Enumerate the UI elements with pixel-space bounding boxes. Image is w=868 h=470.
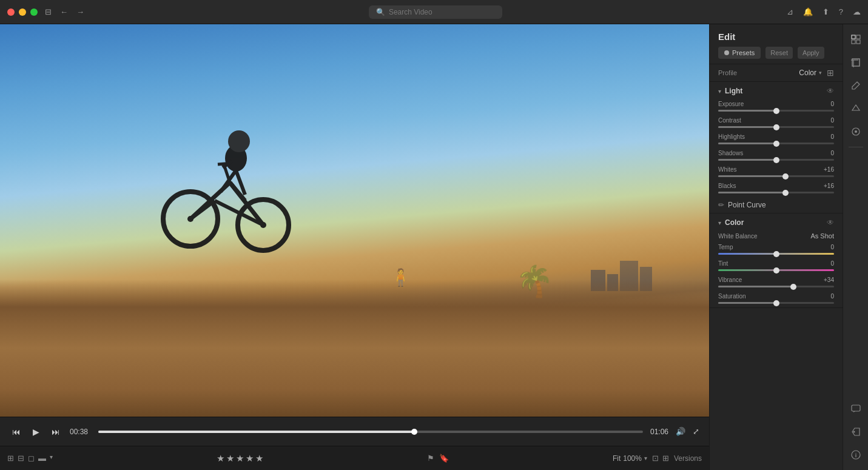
presets-icon — [724, 50, 729, 55]
vibrance-track[interactable] — [718, 286, 834, 287]
cloud-icon[interactable]: ☁ — [853, 7, 861, 16]
titlebar: ⊟ ← → 🔍 ⊿ 🔔 ⬆ ? ☁ — [0, 0, 868, 24]
apply-button[interactable]: Apply — [798, 47, 824, 59]
progress-handle[interactable] — [411, 429, 417, 435]
saturation-thumb[interactable] — [773, 300, 779, 306]
list-dropdown-icon[interactable]: ▾ — [50, 454, 53, 463]
crop-tool-icon[interactable] — [846, 52, 866, 73]
skip-forward-button[interactable]: ⏭ — [49, 425, 62, 439]
vibrance-thumb[interactable] — [790, 284, 796, 290]
share-icon[interactable]: ⬆ — [823, 7, 829, 16]
square-view-icon[interactable]: ◻ — [28, 454, 35, 463]
star-3[interactable]: ★ — [236, 453, 244, 464]
shadows-track[interactable] — [718, 159, 834, 161]
tint-label: Tint — [718, 260, 728, 267]
blacks-track[interactable] — [718, 192, 834, 193]
healing-tool-icon[interactable] — [846, 98, 866, 119]
list-view-icon[interactable]: ▬ — [38, 454, 46, 463]
skip-back-button[interactable]: ⏮ — [10, 425, 23, 439]
star-4[interactable]: ★ — [246, 453, 254, 464]
light-chevron-icon: ▾ — [718, 88, 721, 95]
tint-value: 0 — [819, 260, 834, 267]
profile-grid-icon[interactable]: ⊞ — [827, 68, 834, 78]
whites-thumb[interactable] — [782, 173, 789, 180]
contrast-slider-row: Contrast 0 — [710, 115, 843, 132]
temp-track[interactable] — [718, 253, 834, 255]
brush-tool-icon[interactable] — [846, 75, 866, 96]
star-2[interactable]: ★ — [226, 453, 234, 464]
saturation-slider-row: Saturation 0 — [710, 291, 843, 307]
zoom-dropdown-icon[interactable]: ▾ — [644, 455, 647, 462]
tint-track[interactable] — [718, 269, 834, 271]
saturation-track[interactable] — [718, 302, 834, 304]
presets-button[interactable]: Presets — [718, 47, 761, 59]
svg-point-25 — [855, 130, 857, 133]
view-icons: ⊞ ⊟ ◻ ▬ ▾ — [7, 454, 53, 463]
reset-button[interactable]: Reset — [765, 47, 793, 59]
star-1[interactable]: ★ — [217, 453, 224, 464]
temp-slider-row: Temp 0 — [710, 242, 843, 258]
svg-line-8 — [190, 201, 215, 219]
highlights-thumb[interactable] — [773, 141, 779, 147]
compare-icon-2[interactable]: ⊞ — [662, 454, 669, 463]
svg-text:i: i — [855, 452, 856, 458]
radial-tool-icon[interactable] — [846, 121, 866, 142]
video-container[interactable]: 🌴 — [0, 24, 709, 417]
filter-icon[interactable]: ⊿ — [787, 7, 793, 16]
current-time: 00:38 — [70, 428, 91, 436]
contrast-thumb[interactable] — [773, 124, 779, 130]
forward-icon[interactable]: → — [76, 7, 84, 16]
exposure-value: 0 — [819, 101, 834, 107]
compare-icon-1[interactable]: ⊡ — [652, 454, 659, 463]
color-section-header[interactable]: ▾ Color 👁 — [710, 213, 843, 230]
light-section-header[interactable]: ▾ Light 👁 — [710, 82, 843, 99]
search-bar[interactable]: 🔍 — [369, 5, 502, 19]
light-eye-icon[interactable]: 👁 — [827, 87, 834, 95]
close-button[interactable] — [7, 8, 15, 16]
grid-view-2-icon[interactable]: ⊟ — [18, 454, 24, 463]
blacks-thumb[interactable] — [782, 190, 789, 196]
back-icon[interactable]: ← — [60, 7, 68, 16]
fullscreen-icon[interactable]: ⤢ — [693, 427, 699, 436]
color-section-title: Color — [725, 218, 744, 227]
profile-value[interactable]: Color ▾ — [799, 69, 822, 77]
edit-tool-icon[interactable] — [846, 29, 866, 50]
notifications-icon[interactable]: 🔔 — [803, 7, 813, 16]
contrast-track[interactable] — [718, 126, 834, 128]
maximize-button[interactable] — [30, 8, 38, 16]
star-5[interactable]: ★ — [255, 453, 263, 464]
fit-text: Fit — [613, 454, 621, 463]
shadows-slider-row: Shadows 0 — [710, 148, 843, 164]
temp-thumb[interactable] — [773, 251, 779, 257]
flag-icon[interactable]: ⚑ — [427, 454, 434, 463]
tint-thumb[interactable] — [773, 267, 779, 274]
minimize-button[interactable] — [19, 8, 26, 16]
whites-track[interactable] — [718, 175, 834, 177]
grid-view-icon[interactable]: ⊞ — [7, 454, 14, 463]
white-balance-value[interactable]: As Shot — [810, 232, 834, 240]
play-pause-button[interactable]: ▶ — [30, 425, 42, 439]
titlebar-icons: ⊟ ← → — [45, 7, 84, 16]
bookmark-icon[interactable]: 🔖 — [439, 454, 449, 463]
versions-button[interactable]: Versions — [674, 454, 702, 463]
vibrance-label: Vibrance — [718, 277, 742, 283]
point-curve-label[interactable]: Point Curve — [728, 201, 766, 209]
help-icon[interactable]: ? — [839, 7, 843, 16]
comments-icon[interactable] — [846, 398, 866, 419]
progress-bar[interactable] — [98, 431, 643, 433]
stars-rating[interactable]: ★ ★ ★ ★ ★ — [217, 453, 263, 464]
highlights-track[interactable] — [718, 143, 834, 144]
whites-label: Whites — [718, 166, 737, 173]
traffic-lights — [7, 8, 38, 16]
sidebar-toggle-icon[interactable]: ⊟ — [45, 7, 52, 16]
main-area: 🌴 — [0, 24, 868, 470]
keywords-icon[interactable] — [846, 421, 866, 442]
color-eye-icon[interactable]: 👁 — [827, 218, 834, 227]
exposure-thumb[interactable] — [773, 108, 779, 114]
exposure-track[interactable] — [718, 110, 834, 112]
search-input[interactable] — [389, 8, 486, 16]
shadows-thumb[interactable] — [773, 157, 779, 163]
volume-icon[interactable]: 🔊 — [676, 427, 685, 436]
info-icon[interactable]: i — [846, 445, 866, 465]
edit-header: Edit Presets Reset Apply — [710, 24, 843, 64]
